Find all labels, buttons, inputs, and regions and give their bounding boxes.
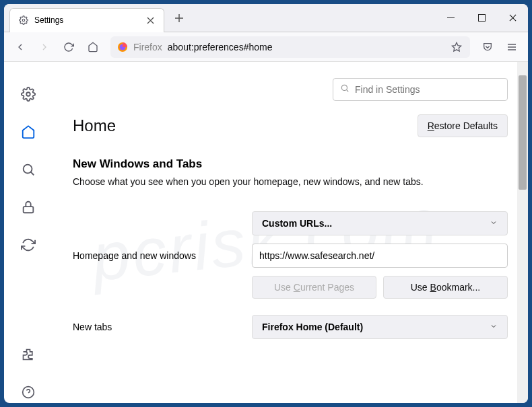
svg-point-15 [26,92,30,96]
url-bar[interactable]: Firefox about:preferences#home [110,36,470,58]
bookmark-star-icon[interactable] [450,40,463,54]
sidebar [4,62,53,403]
svg-rect-18 [24,207,34,213]
sidebar-sync[interactable] [18,234,39,256]
chevron-down-icon [490,322,498,332]
select-value: Custom URLs... [262,218,332,229]
search-icon [340,83,350,96]
section-desc: Choose what you see when you open your h… [73,176,508,187]
sidebar-help[interactable] [18,381,39,403]
svg-rect-6 [478,15,485,22]
forward-button[interactable] [34,36,55,58]
use-current-pages-button[interactable]: Use Current Pages [252,276,376,299]
pocket-icon[interactable] [477,36,498,58]
url-path: about:preferences#home [168,42,273,52]
home-button[interactable] [82,36,104,58]
section-title: New Windows and Tabs [73,157,508,171]
homepage-label: Homepage and new windows [73,250,241,261]
new-tab-button[interactable] [170,9,189,28]
gear-icon [18,15,29,26]
sidebar-extensions[interactable] [18,344,39,365]
sidebar-home[interactable] [18,121,39,143]
sidebar-privacy[interactable] [18,196,39,218]
browser-tab[interactable]: Settings [9,8,164,32]
window-controls [435,4,528,32]
maximize-button[interactable] [466,4,497,32]
sidebar-search[interactable] [18,159,39,180]
svg-marker-11 [452,42,461,51]
sidebar-general[interactable] [18,83,39,105]
minimize-button[interactable] [435,4,466,32]
reload-button[interactable] [58,36,79,58]
svg-point-21 [341,85,347,90]
scrollbar[interactable] [517,62,528,403]
tab-title: Settings [34,15,139,25]
menu-icon[interactable] [501,36,523,58]
settings-search[interactable] [333,78,508,101]
select-value: Firefox Home (Default) [262,322,363,332]
use-bookmark-button[interactable]: Use Bookmark... [383,276,508,299]
url-prefix: Firefox [133,42,162,52]
homepage-url-input[interactable] [252,244,508,268]
svg-point-0 [22,19,25,22]
settings-search-input[interactable] [355,84,500,95]
svg-line-17 [31,172,34,176]
scrollbar-thumb[interactable] [519,75,527,190]
page-title: Home [73,116,116,135]
firefox-icon [117,42,128,52]
newtabs-select[interactable]: Firefox Home (Default) [252,315,508,339]
titlebar: Settings [4,4,528,32]
close-tab-icon[interactable] [145,15,156,26]
nav-toolbar: Firefox about:preferences#home [4,32,528,62]
restore-defaults-button[interactable]: Restore Defaults [418,114,508,137]
close-window-button[interactable] [497,4,528,32]
homepage-mode-select[interactable]: Custom URLs... [252,211,508,235]
newtabs-label: New tabs [73,322,241,332]
chevron-down-icon [490,218,498,229]
main-pane: Home Restore Defaults New Windows and Ta… [53,62,528,403]
svg-point-16 [24,165,32,174]
back-button[interactable] [9,36,31,58]
svg-line-22 [346,89,348,91]
